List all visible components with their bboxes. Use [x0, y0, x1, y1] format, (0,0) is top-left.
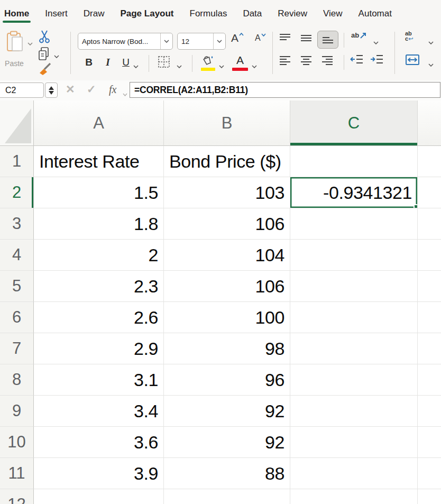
cell-d12[interactable]: [418, 489, 441, 504]
tab-review[interactable]: Review: [278, 0, 307, 28]
orientation-button[interactable]: ab: [351, 32, 367, 39]
column-header-c[interactable]: C: [290, 100, 418, 146]
row-header-6[interactable]: 6: [0, 302, 34, 333]
column-header-b[interactable]: B: [164, 100, 290, 146]
increase-font-size-button[interactable]: A: [231, 32, 244, 44]
cell-b4[interactable]: 104: [164, 240, 290, 271]
cell-c2-selected[interactable]: -0.9341321: [290, 177, 418, 208]
fill-color-dropdown-chevron[interactable]: [219, 61, 224, 70]
cell-c6[interactable]: [290, 302, 418, 333]
cell-d1[interactable]: [418, 146, 441, 177]
cell-c11[interactable]: [290, 458, 418, 489]
fx-dropdown-chevron[interactable]: [123, 89, 127, 98]
cell-a4[interactable]: 2: [34, 240, 164, 271]
tab-draw[interactable]: Draw: [84, 0, 105, 28]
row-header-4[interactable]: 4: [0, 240, 34, 271]
align-bottom-button[interactable]: [317, 31, 338, 49]
paste-dropdown-chevron[interactable]: [27, 38, 33, 48]
cell-b3[interactable]: 106: [164, 208, 290, 240]
cell-b2[interactable]: 103: [164, 177, 290, 208]
cell-a3[interactable]: 1.8: [34, 208, 164, 240]
cell-c12[interactable]: [290, 489, 418, 504]
wrap-text-button[interactable]: ab c↩: [405, 31, 413, 41]
wrap-text-dropdown-chevron[interactable]: [428, 37, 434, 47]
font-color-dropdown-chevron[interactable]: [252, 61, 257, 70]
cell-a1[interactable]: Interest Rate: [34, 146, 164, 177]
cell-c3[interactable]: [290, 208, 418, 240]
orientation-dropdown-chevron[interactable]: [373, 37, 379, 47]
name-box[interactable]: C2: [0, 83, 44, 98]
cell-a5[interactable]: 2.3: [34, 271, 164, 302]
row-header-1[interactable]: 1: [0, 146, 34, 177]
increase-indent-button[interactable]: [370, 54, 384, 67]
cell-d5[interactable]: [418, 271, 441, 302]
cell-a7[interactable]: 2.9: [34, 333, 164, 364]
merge-center-button[interactable]: [405, 54, 420, 68]
formula-input[interactable]: =CORREL(A2:A11,B2:B11): [130, 82, 440, 98]
format-painter-button[interactable]: [38, 61, 53, 77]
cell-a8[interactable]: 3.1: [34, 364, 164, 396]
row-header-3[interactable]: 3: [0, 208, 34, 240]
column-header-d[interactable]: [418, 100, 441, 146]
cell-d7[interactable]: [418, 333, 441, 364]
cell-b11[interactable]: 88: [164, 458, 290, 489]
cell-c7[interactable]: [290, 333, 418, 364]
merge-dropdown-chevron[interactable]: [428, 59, 434, 69]
cell-a10[interactable]: 3.6: [34, 427, 164, 458]
borders-button[interactable]: [158, 56, 170, 70]
cell-d9[interactable]: [418, 396, 441, 427]
row-header-10[interactable]: 10: [0, 427, 34, 458]
font-name-select[interactable]: Aptos Narrow (Bod...: [78, 33, 173, 50]
decrease-indent-button[interactable]: [350, 54, 364, 67]
cell-c5[interactable]: [290, 271, 418, 302]
cell-a11[interactable]: 3.9: [34, 458, 164, 489]
borders-dropdown-chevron[interactable]: [177, 61, 182, 70]
underline-dropdown-chevron[interactable]: [133, 61, 139, 70]
cell-c8[interactable]: [290, 364, 418, 396]
tab-view[interactable]: View: [323, 0, 343, 28]
fill-color-button[interactable]: [200, 54, 215, 69]
paste-button[interactable]: [6, 31, 24, 55]
align-center-button[interactable]: [296, 53, 316, 70]
cancel-button[interactable]: ✕: [66, 83, 75, 96]
cell-b1[interactable]: Bond Price ($): [164, 146, 290, 177]
row-header-11[interactable]: 11: [0, 458, 34, 489]
font-color-button[interactable]: A: [233, 54, 247, 67]
underline-button[interactable]: U: [120, 55, 132, 70]
align-top-button[interactable]: [275, 31, 295, 48]
tab-automate[interactable]: Automat: [359, 0, 392, 28]
cell-c9[interactable]: [290, 396, 418, 427]
cell-b8[interactable]: 96: [164, 364, 290, 396]
insert-function-button[interactable]: fx: [109, 84, 116, 96]
cell-b5[interactable]: 106: [164, 271, 290, 302]
confirm-button[interactable]: ✓: [87, 83, 96, 96]
cell-d10[interactable]: [418, 427, 441, 458]
select-all-corner[interactable]: [0, 100, 34, 146]
cell-d3[interactable]: [418, 208, 441, 240]
cut-button[interactable]: [38, 30, 51, 45]
row-header-9[interactable]: 9: [0, 396, 34, 427]
cell-d4[interactable]: [418, 240, 441, 271]
cell-c4[interactable]: [290, 240, 418, 271]
column-header-a[interactable]: A: [34, 100, 164, 146]
tab-insert[interactable]: Insert: [45, 0, 68, 28]
cell-a12[interactable]: [34, 489, 164, 504]
align-right-button[interactable]: [317, 53, 337, 70]
bold-button[interactable]: B: [82, 55, 95, 70]
row-header-7[interactable]: 7: [0, 333, 34, 364]
align-left-button[interactable]: [275, 53, 295, 70]
cell-d8[interactable]: [418, 364, 441, 396]
tab-formulas[interactable]: Formulas: [190, 0, 227, 28]
cell-a9[interactable]: 3.4: [34, 396, 164, 427]
cell-b6[interactable]: 100: [164, 302, 290, 333]
tab-data[interactable]: Data: [243, 0, 262, 28]
align-middle-button[interactable]: [296, 31, 316, 48]
row-header-2[interactable]: 2: [0, 177, 34, 208]
decrease-font-size-button[interactable]: A: [255, 33, 266, 43]
font-size-select[interactable]: 12: [177, 33, 226, 50]
row-header-12[interactable]: 12: [0, 489, 34, 504]
row-header-5[interactable]: 5: [0, 271, 34, 302]
cell-a2[interactable]: 1.5: [34, 177, 164, 208]
copy-dropdown-chevron[interactable]: [54, 51, 59, 60]
cell-c10[interactable]: [290, 427, 418, 458]
